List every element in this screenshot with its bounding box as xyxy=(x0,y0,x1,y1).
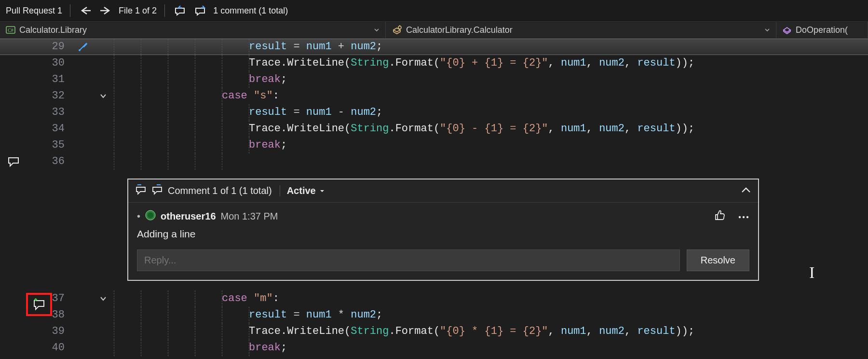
arrow-left-icon xyxy=(79,6,92,15)
text-cursor-icon: I xyxy=(809,263,814,282)
file-counter-text: File 1 of 2 xyxy=(119,6,157,16)
screwdriver-icon[interactable] xyxy=(73,41,93,52)
chevron-down-icon xyxy=(764,27,770,33)
comment-body: • otheruser16 Mon 1:37 PM Adding a line xyxy=(128,203,758,249)
collapse-comment-button[interactable] xyxy=(741,185,751,196)
comment-summary[interactable]: 1 comment (1 total) xyxy=(211,0,290,21)
line-number: 30 xyxy=(27,55,73,71)
comment-panel-header: Comment 1 of 1 (1 total) Active xyxy=(128,180,758,203)
add-comment-icon xyxy=(32,298,46,311)
breadcrumb-method[interactable]: DoOperation( xyxy=(776,22,868,38)
code-line[interactable]: 33 result = num1 - num2; xyxy=(0,104,868,121)
pull-request-toolbar: Pull Request 1 File 1 of 2 1 comment (1 … xyxy=(0,0,868,21)
ellipsis-icon xyxy=(738,215,749,220)
code-line[interactable]: 37 case "m": xyxy=(0,290,868,307)
add-comment-button[interactable] xyxy=(26,293,52,316)
prev-file-button[interactable] xyxy=(76,0,95,21)
chevron-down-icon xyxy=(99,295,107,303)
svg-point-12 xyxy=(743,216,745,218)
code-line[interactable]: 32 case "s": xyxy=(0,88,868,104)
breadcrumb-class[interactable]: CalculatorLibrary.Calculator xyxy=(386,22,776,38)
comment-status-dropdown[interactable]: Active xyxy=(280,185,326,196)
avatar-icon xyxy=(145,210,156,221)
svg-point-4 xyxy=(398,26,401,29)
line-number: 35 xyxy=(27,137,73,153)
separator xyxy=(70,4,70,17)
code-line[interactable]: 36 xyxy=(0,153,868,170)
comment-author: otheruser16 xyxy=(161,211,216,222)
comment-summary-text: 1 comment (1 total) xyxy=(213,6,288,16)
line-number: 39 xyxy=(27,323,73,340)
line-number: 29 xyxy=(27,39,73,55)
svg-point-6 xyxy=(79,49,81,51)
next-comment-icon xyxy=(194,5,206,16)
breadcrumb-method-text: DoOperation( xyxy=(796,25,848,35)
breadcrumb-project-text: Calculator.Library xyxy=(19,25,87,35)
chevron-down-icon xyxy=(319,188,326,194)
code-line[interactable]: 34 Trace.WriteLine(String.Format("{0} - … xyxy=(0,121,868,137)
code-line[interactable]: 39 Trace.WriteLine(String.Format("{0} * … xyxy=(0,323,868,340)
breadcrumb-class-text: CalculatorLibrary.Calculator xyxy=(406,25,513,35)
more-options-button[interactable] xyxy=(738,211,749,222)
comment-marker-icon[interactable] xyxy=(0,156,27,167)
comment-actions: Resolve xyxy=(128,249,758,280)
next-comment-icon xyxy=(151,184,163,195)
next-comment-button[interactable] xyxy=(151,184,163,197)
chevron-down-icon xyxy=(374,27,380,33)
comment-timestamp: Mon 1:37 PM xyxy=(221,211,278,222)
line-number: 40 xyxy=(27,340,73,356)
separator xyxy=(164,4,165,17)
file-counter: File 1 of 2 xyxy=(117,0,159,21)
class-icon xyxy=(392,25,402,35)
avatar xyxy=(145,210,156,223)
pull-request-title: Pull Request 1 xyxy=(6,6,62,16)
chevron-up-icon xyxy=(741,186,751,194)
code-line[interactable]: 40 break; xyxy=(0,340,868,356)
next-comment-button[interactable] xyxy=(191,0,209,21)
fold-toggle[interactable] xyxy=(93,295,114,303)
next-file-button[interactable] xyxy=(96,0,115,21)
chevron-down-icon xyxy=(99,92,107,100)
line-number: 36 xyxy=(27,153,73,170)
csharp-file-icon: C# xyxy=(6,26,15,34)
breadcrumb-bar: C# Calculator.Library CalculatorLibrary.… xyxy=(0,21,868,39)
code-line[interactable]: 29 result = num1 + num2; xyxy=(0,39,868,55)
arrow-right-icon xyxy=(99,6,112,15)
code-line[interactable]: 38 result = num1 * num2; xyxy=(0,307,868,323)
method-icon xyxy=(782,25,792,35)
thumbs-up-icon xyxy=(714,209,726,221)
like-button[interactable] xyxy=(714,209,726,223)
line-number: 31 xyxy=(27,71,73,88)
resolve-button[interactable]: Resolve xyxy=(687,249,749,271)
code-line[interactable]: 31 break; xyxy=(0,71,868,88)
prev-comment-icon xyxy=(174,5,186,16)
prev-comment-button[interactable] xyxy=(171,0,189,21)
code-line[interactable]: 35 break; xyxy=(0,137,868,153)
svg-point-13 xyxy=(746,216,748,218)
inline-comment-panel: Comment 1 of 1 (1 total) Active • otheru… xyxy=(127,179,759,281)
comment-text: Adding a line xyxy=(137,223,749,247)
comment-counter: Comment 1 of 1 (1 total) xyxy=(168,185,272,196)
prev-comment-button[interactable] xyxy=(135,184,147,197)
comment-status-text: Active xyxy=(287,185,316,196)
breadcrumb-project[interactable]: C# Calculator.Library xyxy=(0,22,386,38)
line-number: 32 xyxy=(27,88,73,104)
svg-text:C#: C# xyxy=(8,28,14,33)
line-number: 33 xyxy=(27,104,73,121)
fold-toggle[interactable] xyxy=(93,92,114,100)
svg-point-11 xyxy=(739,216,741,218)
code-line[interactable]: 30 Trace.WriteLine(String.Format("{0} + … xyxy=(0,55,868,71)
pull-request-label[interactable]: Pull Request 1 xyxy=(4,0,64,21)
reply-input[interactable] xyxy=(137,249,680,271)
line-number: 34 xyxy=(27,121,73,137)
prev-comment-icon xyxy=(135,184,147,195)
